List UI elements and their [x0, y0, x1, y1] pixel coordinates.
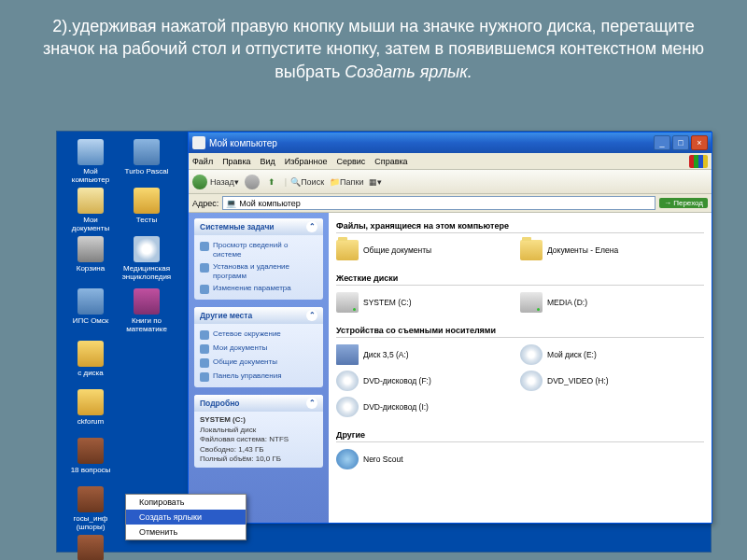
app-icon	[78, 341, 104, 367]
up-button[interactable]: ⬆	[268, 177, 275, 187]
desktop: Мой компьютерTurbo PascalАрхивМои докуме…	[56, 131, 712, 553]
desktop-icon[interactable]: Книги по математике	[120, 288, 173, 333]
drive-item[interactable]: DVD_VIDEO (H:)	[520, 368, 704, 394]
task-link[interactable]: Просмотр сведений о системе	[200, 239, 317, 260]
panel-header[interactable]: Системные задачи⌃	[194, 218, 323, 235]
task-link[interactable]: Мои документы	[200, 342, 317, 356]
section-header: Другие	[336, 427, 704, 442]
item-icon	[520, 371, 543, 391]
item-icon	[520, 292, 543, 313]
desktop-icon[interactable]: Медицинская энциклопедия	[120, 236, 173, 281]
menubar: ФайлПравкаВидИзбранноеСервисСправка	[189, 153, 712, 170]
desktop-icon[interactable]: ИПС Омск	[64, 288, 117, 325]
desktop-icon[interactable]: Тесты	[120, 188, 173, 224]
section-header: Жесткие диски	[336, 271, 704, 286]
context-menu: КопироватьСоздать ярлыкиОтменить	[125, 494, 247, 540]
drive-item[interactable]: DVD-дисковод (I:)	[336, 394, 520, 420]
content-pane: Файлы, хранящиеся на этом компьютереОбщи…	[329, 213, 712, 523]
desktop-icon[interactable]: Корзина	[64, 236, 117, 273]
app-icon	[78, 486, 104, 512]
task-panel: Другие места⌃Сетевое окружениеМои докуме…	[194, 307, 323, 387]
menu-item[interactable]: Файл	[192, 157, 213, 166]
drive-item[interactable]: MEDIA (D:)	[520, 289, 704, 315]
app-icon	[78, 236, 104, 262]
section-header: Файлы, хранящиеся на этом компьютере	[336, 218, 704, 233]
go-button[interactable]: → Переход	[659, 198, 708, 208]
task-link[interactable]: Панель управления	[200, 370, 317, 384]
forward-button[interactable]	[245, 175, 262, 189]
desktop-icon[interactable]: ckforum	[64, 389, 117, 426]
menu-item[interactable]: Сервис	[336, 157, 365, 166]
item-icon	[336, 397, 359, 417]
app-icon	[78, 288, 104, 315]
app-icon	[134, 188, 160, 214]
drive-item[interactable]: Мой диск (E:)	[520, 342, 704, 368]
app-icon	[134, 139, 160, 165]
desktop-icon[interactable]: Мой компьютер	[64, 139, 117, 184]
app-icon	[78, 389, 104, 415]
panel-header[interactable]: Другие места⌃	[194, 307, 323, 324]
search-button[interactable]: 🔍 Поиск	[290, 177, 324, 187]
item-icon	[520, 344, 543, 365]
app-icon	[78, 535, 104, 560]
menu-item[interactable]: Правка	[222, 157, 250, 166]
views-button[interactable]: ▦▾	[369, 177, 382, 187]
context-menu-item[interactable]: Отменить	[126, 525, 246, 539]
panel-header[interactable]: Подробно⌃	[194, 395, 323, 412]
computer-icon	[192, 136, 205, 149]
task-link[interactable]: Сетевое окружение	[200, 328, 317, 342]
minimize-button[interactable]: _	[654, 135, 670, 150]
app-icon	[134, 236, 160, 262]
task-panel: Подробно⌃SYSTEM (C:)Локальный дискФайлов…	[194, 395, 323, 468]
app-icon	[78, 438, 104, 464]
chevron-icon: ⌃	[306, 221, 317, 232]
address-bar: Адрес: 💻Мой компьютер → Переход	[189, 194, 712, 213]
item-icon	[336, 292, 359, 313]
task-link[interactable]: Общие документы	[200, 356, 317, 370]
task-link[interactable]: Изменение параметра	[200, 282, 317, 296]
titlebar[interactable]: Мой компьютер _ □ ×	[189, 133, 712, 153]
desktop-icon[interactable]: НЧ госы по информатике	[64, 535, 117, 560]
address-field[interactable]: 💻Мой компьютер	[222, 196, 655, 210]
drive-item[interactable]: SYSTEM (C:)	[336, 289, 520, 315]
menu-item[interactable]: Вид	[261, 157, 275, 166]
close-button[interactable]: ×	[691, 135, 708, 150]
task-link[interactable]: Установка и удаление программ	[200, 260, 317, 282]
drive-item[interactable]: Диск 3,5 (A:)	[336, 342, 520, 368]
app-icon	[78, 188, 104, 214]
drive-item[interactable]: Документы - Елена	[520, 237, 704, 263]
context-menu-item[interactable]: Копировать	[126, 495, 246, 510]
item-icon	[336, 344, 359, 365]
desktop-icon[interactable]: Мои документы	[64, 188, 117, 232]
app-icon	[78, 139, 104, 165]
menu-item[interactable]: Избранное	[285, 157, 328, 166]
desktop-icon[interactable]: Turbo Pascal	[120, 139, 173, 175]
window-title: Мой компьютер	[209, 138, 277, 148]
item-icon	[336, 371, 359, 391]
drive-item[interactable]: Nero Scout	[336, 446, 520, 472]
explorer-window: Мой компьютер _ □ × ФайлПравкаВидИзбранн…	[188, 132, 712, 524]
drive-item[interactable]: Общие документы	[336, 237, 520, 263]
app-icon	[134, 288, 160, 315]
item-icon	[336, 240, 359, 260]
item-icon	[520, 240, 543, 260]
desktop-icon[interactable]: госы_инф (шпоры)	[64, 486, 117, 531]
task-panel: Системные задачи⌃Просмотр сведений о сис…	[194, 218, 323, 300]
desktop-icon[interactable]: 18 вопросы	[64, 438, 117, 474]
context-menu-item[interactable]: Создать ярлыки	[126, 510, 246, 525]
slide-title: 2).удерживая нажатой правую кнопку мыши …	[0, 0, 747, 91]
toolbar: Назад ▾ ⬆ | 🔍 Поиск 📁 Папки ▦▾	[189, 170, 712, 194]
item-icon	[336, 449, 359, 469]
folders-button[interactable]: 📁 Папки	[330, 177, 363, 187]
chevron-icon: ⌃	[306, 310, 317, 321]
details-text: SYSTEM (C:)Локальный дискФайловая систем…	[200, 415, 317, 464]
menu-item[interactable]: Справка	[374, 157, 407, 166]
maximize-button[interactable]: □	[672, 135, 689, 150]
chevron-icon: ⌃	[306, 398, 317, 409]
task-pane: Системные задачи⌃Просмотр сведений о сис…	[189, 213, 329, 523]
windows-flag-icon	[689, 155, 708, 168]
section-header: Устройства со съемными носителями	[336, 323, 704, 338]
drive-item[interactable]: DVD-дисковод (F:)	[336, 368, 520, 394]
back-button[interactable]: Назад ▾	[192, 175, 239, 189]
desktop-icon[interactable]: с диска	[64, 341, 117, 377]
